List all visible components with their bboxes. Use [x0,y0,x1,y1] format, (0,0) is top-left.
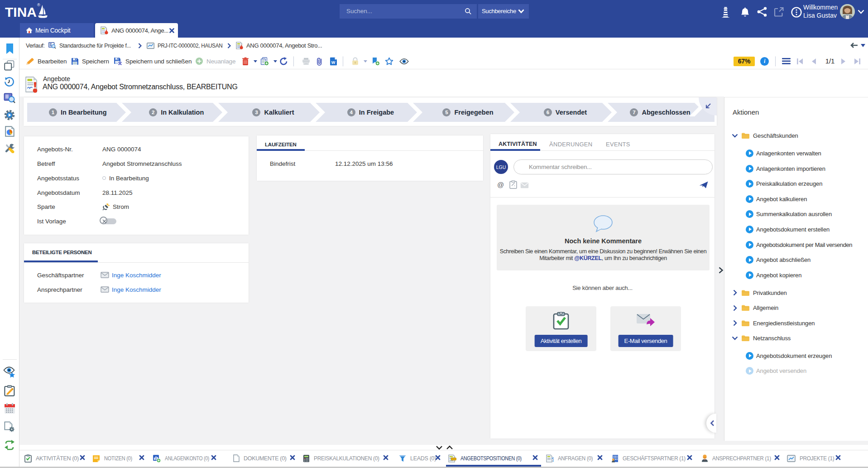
svg-text:W: W [331,60,336,64]
svg-text:?: ? [551,457,554,463]
